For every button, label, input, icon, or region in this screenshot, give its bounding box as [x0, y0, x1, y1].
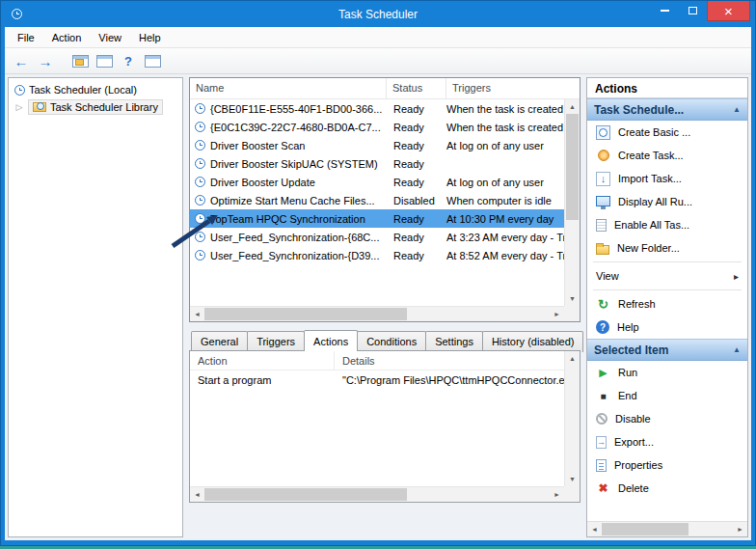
- forward-button[interactable]: →: [35, 51, 56, 70]
- horizontal-scroll-thumb[interactable]: [204, 488, 407, 501]
- action-refresh[interactable]: Refresh: [587, 292, 747, 316]
- details-row[interactable]: Start a program"C:\Program Files\HPQC\tt…: [190, 371, 580, 392]
- back-button[interactable]: ←: [11, 51, 32, 70]
- task-row[interactable]: TopTeam HPQC SynchronizationReadyAt 10:3…: [190, 209, 564, 228]
- actions-horizontal-scrollbar[interactable]: [587, 521, 747, 536]
- collapse-icon[interactable]: ▲: [733, 105, 741, 114]
- scroll-right-icon[interactable]: [733, 522, 747, 536]
- task-row[interactable]: Driver Booster ScanReadyAt log on of any…: [190, 136, 564, 154]
- action-label: New Folder...: [617, 242, 680, 254]
- action-label: End: [618, 390, 637, 401]
- scroll-right-icon[interactable]: [550, 487, 564, 502]
- horizontal-scroll-thumb[interactable]: [204, 308, 407, 320]
- action-enable-all-tas[interactable]: Enable All Tas...: [587, 213, 747, 236]
- vertical-scroll-thumb[interactable]: [566, 114, 579, 220]
- title-bar[interactable]: Task Scheduler ×: [5, 1, 751, 27]
- action-properties[interactable]: Properties: [587, 453, 747, 477]
- action-end[interactable]: End: [587, 384, 747, 407]
- action-help[interactable]: Help: [587, 316, 747, 339]
- standard-pane-button[interactable]: [142, 51, 163, 70]
- task-list-horizontal-scrollbar[interactable]: [190, 306, 564, 321]
- task-list-header: NameStatusTriggers: [190, 78, 580, 99]
- column-header-triggers[interactable]: Triggers: [446, 78, 564, 98]
- scroll-left-icon[interactable]: [190, 487, 204, 502]
- help-button[interactable]: ?: [118, 51, 139, 70]
- action-create-basic[interactable]: Create Basic ...: [587, 121, 747, 144]
- tree-item-task-scheduler-local[interactable]: Task Scheduler (Local): [9, 82, 182, 97]
- action-view[interactable]: View▸: [587, 264, 747, 288]
- tree-item-label: Task Scheduler Library: [50, 101, 158, 113]
- action-label: Import Task...: [618, 173, 682, 184]
- task-row[interactable]: Optimize Start Menu Cache Files...Disabl…: [190, 191, 564, 209]
- action-label: Display All Ru...: [618, 196, 692, 207]
- action-display-all-ru[interactable]: Display All Ru...: [587, 190, 747, 213]
- action-import-task[interactable]: Import Task...: [587, 167, 747, 190]
- section-header-selected-item[interactable]: Selected Item▲: [587, 339, 747, 361]
- tree-item-task-scheduler-library[interactable]: ▷ Task Scheduler Library: [9, 97, 182, 117]
- action-label: Run: [618, 367, 637, 378]
- section-header-label: Task Schedule...: [594, 103, 684, 117]
- scroll-right-icon[interactable]: [550, 307, 564, 321]
- tab-actions[interactable]: Actions: [304, 330, 358, 351]
- task-name-cell: {CBE0F11E-E555-40F1-BD00-366...: [190, 103, 387, 115]
- column-header-name[interactable]: Name: [190, 78, 387, 98]
- expand-arrow-icon[interactable]: ▷: [14, 102, 24, 112]
- window-title: Task Scheduler: [338, 8, 418, 21]
- task-row[interactable]: {CBE0F11E-E555-40F1-BD00-366...ReadyWhen…: [190, 99, 564, 118]
- task-name-cell: TopTeam HPQC Synchronization: [190, 213, 387, 225]
- tab-general[interactable]: General: [191, 331, 248, 352]
- details-action: Start a program: [190, 371, 335, 392]
- actions-pane-title: Actions: [587, 78, 747, 98]
- task-clock-icon: [195, 122, 205, 132]
- details-column-details: Details: [335, 351, 564, 370]
- action-new-folder[interactable]: New Folder...: [587, 236, 747, 260]
- task-row[interactable]: Driver Booster UpdateReadyAt log on of a…: [190, 173, 564, 191]
- details-horizontal-scrollbar[interactable]: [190, 486, 564, 502]
- action-run[interactable]: Run: [587, 361, 747, 384]
- action-delete[interactable]: Delete: [587, 477, 747, 500]
- action-disable[interactable]: Disable: [587, 407, 747, 430]
- task-row[interactable]: Driver Booster SkipUAC (SYSTEM)Ready: [190, 154, 564, 173]
- menu-item-help[interactable]: Help: [130, 29, 170, 46]
- standard-pane-icon: [145, 55, 161, 68]
- maximize-button[interactable]: [679, 1, 707, 19]
- show-console-tree-button[interactable]: [69, 51, 91, 70]
- show-action-pane-button[interactable]: [94, 51, 115, 70]
- task-trigger: At log on of any user: [446, 177, 564, 188]
- section-header-task-schedule[interactable]: Task Schedule...▲: [587, 98, 747, 121]
- detail-tabs: GeneralTriggersActionsConditionsSettings…: [189, 330, 580, 351]
- tab-history-disabled[interactable]: History (disabled): [482, 331, 584, 352]
- horizontal-scroll-thumb[interactable]: [602, 523, 688, 535]
- column-header-status[interactable]: Status: [387, 78, 446, 98]
- disable-icon: [596, 413, 608, 425]
- task-row[interactable]: {E0C1C39C-22C7-4680-BD0A-C7...ReadyWhen …: [190, 118, 564, 136]
- scroll-up-icon[interactable]: [565, 99, 580, 114]
- task-trigger: At 10:30 PM every day: [446, 213, 564, 225]
- menu-item-action[interactable]: Action: [43, 29, 91, 46]
- task-row[interactable]: User_Feed_Synchronization-{68C...ReadyAt…: [190, 228, 564, 246]
- task-row[interactable]: User_Feed_Synchronization-{D39...ReadyAt…: [190, 246, 564, 264]
- action-create-task[interactable]: Create Task...: [587, 144, 747, 167]
- run-icon: [596, 366, 610, 380]
- action-export[interactable]: Export...: [587, 430, 747, 453]
- task-list-body: {CBE0F11E-E555-40F1-BD00-366...ReadyWhen…: [190, 99, 580, 264]
- scroll-down-icon[interactable]: [565, 291, 580, 306]
- task-status: Ready: [387, 158, 446, 170]
- tree-item-label: Task Scheduler (Local): [29, 84, 137, 96]
- scroll-left-icon[interactable]: [587, 522, 602, 536]
- scroll-left-icon[interactable]: [190, 307, 204, 321]
- collapse-icon[interactable]: ▲: [733, 345, 741, 354]
- details-vertical-scrollbar[interactable]: [564, 351, 580, 486]
- tab-settings[interactable]: Settings: [425, 331, 483, 352]
- scroll-down-icon[interactable]: [565, 472, 580, 486]
- task-name: Driver Booster Scan: [210, 140, 305, 151]
- menu-item-file[interactable]: File: [9, 29, 43, 46]
- close-button[interactable]: ×: [707, 1, 750, 21]
- task-status: Ready: [387, 103, 446, 115]
- tab-conditions[interactable]: Conditions: [357, 331, 426, 352]
- minimize-button[interactable]: [651, 1, 679, 19]
- scroll-up-icon[interactable]: [565, 351, 580, 366]
- menu-item-view[interactable]: View: [90, 29, 130, 46]
- tab-triggers[interactable]: Triggers: [247, 331, 305, 352]
- task-list-vertical-scrollbar[interactable]: [564, 99, 580, 306]
